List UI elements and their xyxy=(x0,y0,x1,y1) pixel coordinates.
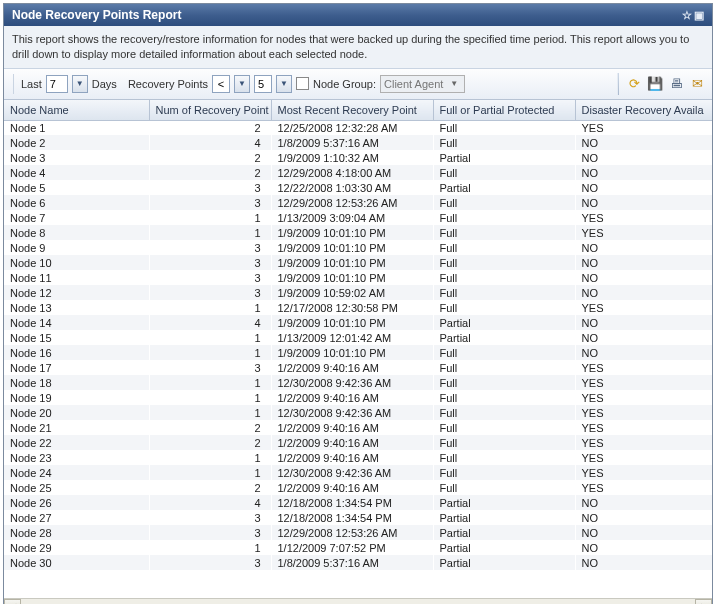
table-row[interactable]: Node 1611/9/2009 10:01:10 PMFullNO xyxy=(4,345,712,360)
cell-dr: YES xyxy=(575,225,712,240)
cell-protected: Full xyxy=(433,345,575,360)
recovery-op-input[interactable] xyxy=(212,75,230,93)
cell-dr: NO xyxy=(575,240,712,255)
col-disaster[interactable]: Disaster Recovery Availa xyxy=(575,100,712,121)
col-most-recent[interactable]: Most Recent Recovery Point xyxy=(271,100,433,121)
cell-protected: Partial xyxy=(433,495,575,510)
cell-dr: NO xyxy=(575,555,712,570)
cell-dr: YES xyxy=(575,375,712,390)
table-row[interactable]: Node 321/9/2009 1:10:32 AMPartialNO xyxy=(4,150,712,165)
table-row[interactable]: Node 1131/9/2009 10:01:10 PMFullNO xyxy=(4,270,712,285)
cell-node-name: Node 25 xyxy=(4,480,149,495)
table-row[interactable]: Node 26412/18/2008 1:34:54 PMPartialNO xyxy=(4,495,712,510)
table-row[interactable]: Node 5312/22/2008 1:03:30 AMPartialNO xyxy=(4,180,712,195)
scroll-track[interactable] xyxy=(21,599,695,604)
cell-dr: NO xyxy=(575,270,712,285)
node-group-value: Client Agent xyxy=(384,78,443,90)
cell-node-name: Node 23 xyxy=(4,450,149,465)
table-row[interactable]: Node 18112/30/2008 9:42:36 AMFullYES xyxy=(4,375,712,390)
recovery-points-label: Recovery Points xyxy=(128,78,208,90)
table-row[interactable]: Node 1731/2/2009 9:40:16 AMFullYES xyxy=(4,360,712,375)
cell-recent: 1/8/2009 5:37:16 AM xyxy=(271,135,433,150)
table-row[interactable]: Node 1911/2/2009 9:40:16 AMFullYES xyxy=(4,390,712,405)
cell-num: 1 xyxy=(149,450,271,465)
table-row[interactable]: Node 2311/2/2009 9:40:16 AMFullYES xyxy=(4,450,712,465)
recovery-op-dropdown-icon[interactable]: ▼ xyxy=(234,75,250,93)
cell-node-name: Node 28 xyxy=(4,525,149,540)
grid-container: Node Name Num of Recovery Point Most Rec… xyxy=(4,100,712,598)
cell-dr: NO xyxy=(575,180,712,195)
cell-dr: YES xyxy=(575,300,712,315)
table-row[interactable]: Node 931/9/2009 10:01:10 PMFullNO xyxy=(4,240,712,255)
table-row[interactable]: Node 27312/18/2008 1:34:54 PMPartialNO xyxy=(4,510,712,525)
recovery-count-dropdown-icon[interactable]: ▼ xyxy=(276,75,292,93)
table-row[interactable]: Node 28312/29/2008 12:53:26 AMPartialNO xyxy=(4,525,712,540)
cell-dr: NO xyxy=(575,540,712,555)
cell-node-name: Node 24 xyxy=(4,465,149,480)
table-row[interactable]: Node 241/8/2009 5:37:16 AMFullNO xyxy=(4,135,712,150)
cell-dr: YES xyxy=(575,420,712,435)
cell-num: 3 xyxy=(149,555,271,570)
col-protected[interactable]: Full or Partial Protected xyxy=(433,100,575,121)
email-icon[interactable]: ✉ xyxy=(688,75,706,93)
table-row[interactable]: Node 1441/9/2009 10:01:10 PMPartialNO xyxy=(4,315,712,330)
cell-num: 3 xyxy=(149,525,271,540)
table-row[interactable]: Node 1212/25/2008 12:32:28 AMFullYES xyxy=(4,120,712,135)
cell-num: 1 xyxy=(149,345,271,360)
cell-num: 2 xyxy=(149,420,271,435)
cell-num: 4 xyxy=(149,315,271,330)
scroll-left-icon[interactable]: ◀ xyxy=(4,599,21,604)
cell-dr: NO xyxy=(575,195,712,210)
last-days-dropdown-icon[interactable]: ▼ xyxy=(72,75,88,93)
recovery-count-input[interactable] xyxy=(254,75,272,93)
node-group-combo[interactable]: Client Agent ▼ xyxy=(380,75,465,93)
horizontal-scrollbar[interactable]: ◀ ▶ xyxy=(4,598,712,604)
cell-protected: Full xyxy=(433,420,575,435)
maximize-icon[interactable]: ▣ xyxy=(694,9,704,22)
table-row[interactable]: Node 1231/9/2009 10:59:02 AMFullNO xyxy=(4,285,712,300)
table-row[interactable]: Node 2121/2/2009 9:40:16 AMFullYES xyxy=(4,420,712,435)
cell-dr: YES xyxy=(575,450,712,465)
cell-recent: 12/30/2008 9:42:36 AM xyxy=(271,465,433,480)
col-num-recovery[interactable]: Num of Recovery Point xyxy=(149,100,271,121)
table-row[interactable]: Node 4212/29/2008 4:18:00 AMFullNO xyxy=(4,165,712,180)
print-icon[interactable]: 🖶 xyxy=(667,75,685,93)
cell-node-name: Node 20 xyxy=(4,405,149,420)
table-row[interactable]: Node 3031/8/2009 5:37:16 AMPartialNO xyxy=(4,555,712,570)
table-row[interactable]: Node 1031/9/2009 10:01:10 PMFullNO xyxy=(4,255,712,270)
scroll-right-icon[interactable]: ▶ xyxy=(695,599,712,604)
days-label: Days xyxy=(92,78,117,90)
cell-recent: 1/12/2009 7:07:52 PM xyxy=(271,540,433,555)
cell-num: 2 xyxy=(149,480,271,495)
cell-dr: YES xyxy=(575,465,712,480)
cell-recent: 1/9/2009 10:01:10 PM xyxy=(271,270,433,285)
cell-node-name: Node 9 xyxy=(4,240,149,255)
cell-node-name: Node 6 xyxy=(4,195,149,210)
titlebar: Node Recovery Points Report ☆ ▣ xyxy=(4,4,712,26)
refresh-icon[interactable]: ⟳ xyxy=(625,75,643,93)
table-row[interactable]: Node 711/13/2009 3:09:04 AMFullYES xyxy=(4,210,712,225)
cell-protected: Full xyxy=(433,195,575,210)
cell-recent: 1/2/2009 9:40:16 AM xyxy=(271,435,433,450)
col-node-name[interactable]: Node Name xyxy=(4,100,149,121)
table-row[interactable]: Node 24112/30/2008 9:42:36 AMFullYES xyxy=(4,465,712,480)
save-icon[interactable]: 💾 xyxy=(646,75,664,93)
last-days-input[interactable] xyxy=(46,75,68,93)
table-row[interactable]: Node 2221/2/2009 9:40:16 AMFullYES xyxy=(4,435,712,450)
cell-num: 1 xyxy=(149,405,271,420)
cell-num: 2 xyxy=(149,165,271,180)
table-row[interactable]: Node 13112/17/2008 12:30:58 PMFullYES xyxy=(4,300,712,315)
cell-recent: 12/18/2008 1:34:54 PM xyxy=(271,495,433,510)
table-row[interactable]: Node 2521/2/2009 9:40:16 AMFullYES xyxy=(4,480,712,495)
table-row[interactable]: Node 1511/13/2009 12:01:42 AMPartialNO xyxy=(4,330,712,345)
table-row[interactable]: Node 20112/30/2008 9:42:36 AMFullYES xyxy=(4,405,712,420)
data-grid: Node Name Num of Recovery Point Most Rec… xyxy=(4,100,712,571)
node-group-checkbox[interactable] xyxy=(296,77,309,90)
cell-node-name: Node 27 xyxy=(4,510,149,525)
cell-recent: 12/22/2008 1:03:30 AM xyxy=(271,180,433,195)
table-row[interactable]: Node 2911/12/2009 7:07:52 PMPartialNO xyxy=(4,540,712,555)
cell-protected: Full xyxy=(433,255,575,270)
table-row[interactable]: Node 6312/29/2008 12:53:26 AMFullNO xyxy=(4,195,712,210)
collapse-icon[interactable]: ☆ xyxy=(682,9,692,22)
table-row[interactable]: Node 811/9/2009 10:01:10 PMFullYES xyxy=(4,225,712,240)
